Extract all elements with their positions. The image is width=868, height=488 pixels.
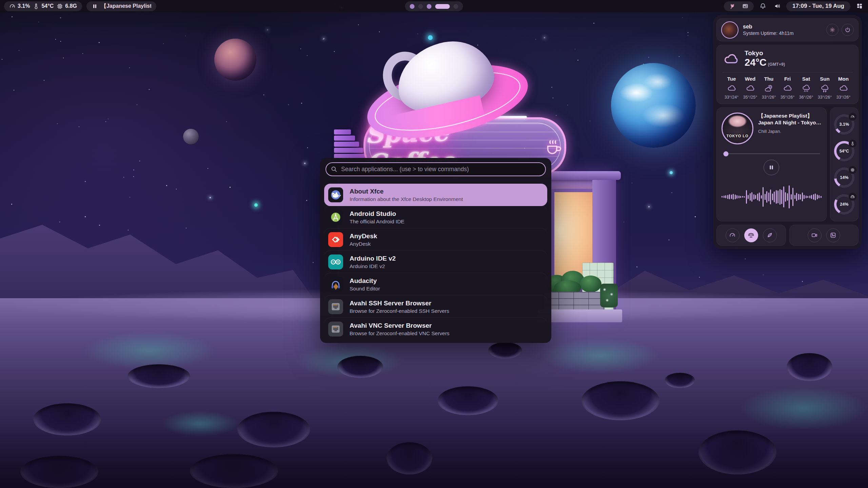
app-row[interactable]: Android Studio The official Android IDE: [324, 206, 547, 228]
search-input[interactable]: [326, 162, 546, 176]
gauge: 54°C: [834, 141, 854, 161]
progress-handle[interactable]: [723, 151, 728, 156]
app-icon: [328, 210, 343, 225]
crater: [190, 454, 278, 488]
pet-icon[interactable]: [729, 2, 736, 10]
temperature-value: 54°C: [41, 3, 54, 9]
forecast-day-name: Mon: [838, 76, 849, 82]
app-description: Browse for Zeroconf-enabled VNC Servers: [350, 330, 450, 337]
album-art[interactable]: TOKYO LO: [722, 113, 753, 144]
app-row[interactable]: About Xfce Information about the Xfce De…: [324, 184, 547, 206]
power-button[interactable]: [842, 24, 854, 36]
profile-powersave-button[interactable]: [763, 228, 777, 242]
app-row[interactable]: Avahi SSH Server Browser Browse for Zero…: [324, 296, 547, 318]
app-row[interactable]: Arduino IDE v2 Arduino IDE v2: [324, 251, 547, 273]
clock[interactable]: 17:09 - Tue, 19 Aug: [786, 1, 850, 11]
track-title: 【Japanese Playlist】 Japan All Night - To…: [758, 113, 822, 126]
gauge-icon: [849, 193, 856, 201]
forecast-temps: 33°/24°: [725, 95, 738, 100]
forecast-weather-icon: [839, 84, 848, 93]
forecast-day: Fri 35°/26°: [778, 76, 797, 100]
progress-bar[interactable]: [723, 153, 820, 154]
workspace-indicator[interactable]: [405, 1, 463, 11]
purple-planet: [214, 39, 256, 81]
forecast-day-name: Tue: [727, 76, 736, 82]
cpu-value: 3.1%: [18, 3, 30, 9]
forecast-day-name: Fri: [784, 76, 791, 82]
workspace-dot[interactable]: [427, 4, 432, 9]
workspace-dot[interactable]: [410, 4, 415, 9]
power-profiles-card: [716, 225, 786, 246]
app-row[interactable]: AnyDesk AnyDesk: [324, 228, 547, 251]
forecast-weather-icon: [802, 84, 811, 93]
weather-city: Tokyo: [745, 50, 785, 57]
forecast-row: Tue 33°/24° Wed 35°/25° Thu 33°/26° Fri: [722, 76, 853, 100]
capture-tools-card: [789, 225, 859, 246]
overview-icon[interactable]: [854, 1, 865, 11]
top-bar: 3.1% 54°C 6.8G 【Japanese Playlist】 J...: [0, 0, 868, 12]
cloud-icon: [722, 52, 740, 66]
sparkle: [670, 171, 673, 174]
crater: [665, 373, 695, 388]
control-panel: seb System Uptime: 4h11m Tokyo 24°C(GMT+…: [713, 15, 862, 249]
pause-icon: [92, 3, 98, 9]
avatar[interactable]: [721, 21, 738, 39]
profile-balanced-button[interactable]: [744, 228, 758, 242]
forecast-day: Mon 33°/26°: [834, 76, 853, 100]
settings-button[interactable]: [826, 24, 839, 36]
chip-icon: [57, 3, 63, 9]
volume-button[interactable]: [772, 1, 782, 11]
crater: [488, 342, 522, 359]
crater: [127, 364, 190, 388]
system-stats-pill[interactable]: 3.1% 54°C 6.8G: [4, 1, 82, 11]
search-icon: [331, 166, 337, 172]
app-name: About Xfce: [350, 187, 463, 196]
forecast-temps: 33°/26°: [762, 95, 776, 100]
app-name: Avahi VNC Server Browser: [350, 322, 450, 330]
now-playing-pill[interactable]: 【Japanese Playlist】 J...: [86, 1, 156, 11]
temperature-stat: 54°C: [33, 3, 54, 9]
workspace-dot[interactable]: [454, 4, 458, 9]
app-name: Audacity: [350, 277, 380, 285]
cpu-stat: 3.1%: [9, 3, 30, 9]
sparkle: [254, 203, 258, 207]
crater: [20, 456, 98, 488]
app-name: Arduino IDE v2: [350, 255, 396, 263]
floating-cup: [366, 40, 525, 128]
app-name: AnyDesk: [350, 232, 377, 240]
app-row[interactable]: Audacity Sound Editor: [324, 273, 547, 296]
gauge: 3.1%: [834, 114, 854, 135]
sign-coffee-cup-icon: [543, 135, 564, 158]
app-description: Arduino IDE v2: [350, 263, 396, 269]
app-launcher: About Xfce Information about the Xfce De…: [320, 158, 551, 343]
crater: [33, 403, 101, 435]
weather-temperature: 24°C: [745, 57, 767, 68]
gauge-icon: [9, 3, 16, 9]
workspace-dot[interactable]: [435, 4, 450, 9]
desktop: Space Coffee: [0, 0, 868, 488]
screenshot-button[interactable]: [826, 228, 840, 242]
quick-toggles-pill: [724, 1, 754, 11]
pause-button[interactable]: [764, 160, 779, 175]
app-list: About Xfce Information about the Xfce De…: [320, 184, 551, 340]
forecast-temps: 33°/26°: [836, 95, 850, 100]
forecast-day: Wed 35°/25°: [741, 76, 760, 100]
app-icon: [328, 299, 343, 314]
app-description: The official Android IDE: [350, 219, 405, 225]
forecast-day-name: Sun: [820, 76, 829, 82]
forecast-day: Sun 33°/26°: [815, 76, 834, 100]
gauge-icon: [849, 166, 856, 174]
forecast-weather-icon: [727, 84, 736, 93]
forecast-weather-icon: [820, 84, 829, 93]
forecast-day: Thu 33°/26°: [760, 76, 778, 100]
profile-performance-button[interactable]: [726, 228, 739, 242]
sparkle: [428, 35, 433, 40]
notifications-button[interactable]: [758, 1, 768, 11]
wallpaper-icon[interactable]: [742, 2, 749, 10]
record-button[interactable]: [808, 228, 822, 242]
shop-flowers: [600, 284, 618, 307]
earth-planet: [611, 63, 696, 148]
app-row[interactable]: Avahi VNC Server Browser Browse for Zero…: [324, 318, 547, 340]
memory-value: 6.8G: [65, 3, 77, 9]
workspace-dot[interactable]: [418, 4, 423, 9]
